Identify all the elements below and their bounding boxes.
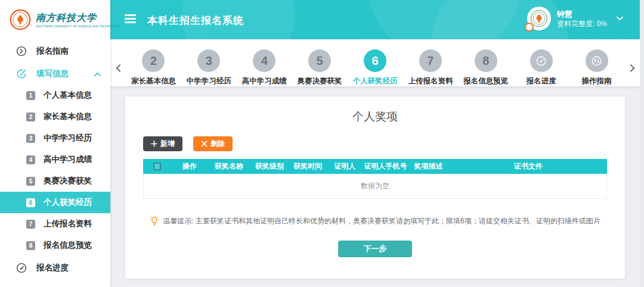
step-upload-materials[interactable]: 7 上传报名资料	[402, 39, 458, 86]
chevron-up-icon	[94, 68, 101, 79]
sidebar: 南方科技大学 SOUTHERN UNIVERSITY OF SCIENCE AN…	[0, 0, 110, 287]
column-header: 证书文件	[449, 161, 607, 171]
chevron-left-icon[interactable]	[110, 64, 126, 74]
delete-button[interactable]: 删除	[193, 136, 233, 151]
sidebar-item-label: 上传报名资料	[44, 219, 92, 229]
step-high-school-grades[interactable]: 4 高中学习成绩	[237, 39, 292, 86]
app-title: 本科生招生报名系统	[147, 14, 244, 27]
column-header: 证明人	[326, 161, 363, 171]
sidebar-item-guide[interactable]: 报名指南	[0, 39, 110, 63]
sidebar-item-label: 奥赛决赛获奖	[44, 176, 92, 186]
sidebar-item-olympiad-awards[interactable]: 5 奥赛决赛获奖	[0, 170, 110, 192]
hamburger-menu-icon[interactable]	[125, 14, 136, 24]
column-header: 操作	[171, 161, 208, 171]
step-number-badge: 7	[26, 220, 35, 229]
step-personal-awards[interactable]: 6 个人获奖经历	[348, 39, 403, 86]
sidebar-item-label: 个人基本信息	[44, 90, 92, 101]
university-name: 南方科技大学	[36, 12, 124, 24]
guide-icon	[586, 49, 608, 72]
x-icon	[201, 141, 208, 147]
next-step-button[interactable]: 下一步	[338, 241, 412, 257]
edit-pen-icon	[16, 68, 27, 80]
step-number-badge: 1	[26, 91, 35, 100]
step-label: 中学学习经历	[187, 76, 231, 86]
user-name: 钟慧	[557, 9, 607, 19]
column-header: 获奖名称	[208, 161, 250, 171]
sidebar-item-personal-awards[interactable]: 6 个人获奖经历	[0, 192, 110, 213]
sidebar-item-upload-materials[interactable]: 7 上传报名资料	[0, 213, 110, 235]
step-label: 操作指南	[582, 76, 612, 86]
sidebar-item-label: 家长基本信息	[44, 111, 92, 122]
sidebar-item-progress[interactable]: 报名进度	[0, 256, 110, 280]
sidebar-item-parents-info[interactable]: 2 家长基本信息	[0, 106, 110, 127]
sidebar-item-personal-info[interactable]: 1 个人基本信息	[0, 85, 110, 106]
sidebar-item-middle-school[interactable]: 3 中学学习经历	[0, 127, 110, 149]
empty-text: 数据为空	[361, 181, 389, 191]
step-manual[interactable]: 操作指南	[569, 39, 624, 86]
scrollbar-track[interactable]	[640, 0, 644, 287]
add-button[interactable]: 新增	[143, 136, 182, 151]
sidebar-item-label: 报名进度	[36, 263, 69, 273]
step-label: 奥赛决赛获奖	[298, 76, 342, 86]
sidebar-item-label: 高中学习成绩	[44, 154, 92, 165]
content-area: 个人奖项 新增 删除 操作 获奖名称 获奖级别 获奖时间 证明人 证明人手机号 …	[110, 86, 640, 287]
step-middle-school[interactable]: 3 中学学习经历	[181, 39, 237, 86]
step-parents-info[interactable]: 2 家长基本信息	[126, 39, 181, 86]
sidebar-item-high-school-grades[interactable]: 4 高中学习成绩	[0, 149, 110, 170]
column-header: 获奖时间	[289, 161, 326, 171]
sidebar-item-fill-info[interactable]: 填写信息	[0, 63, 110, 85]
step-number-badge: 4	[26, 155, 35, 164]
app-header: 本科生招生报名系统 钟慧 资料完整度: 0%	[110, 0, 640, 39]
table-header-row: 操作 获奖名称 获奖级别 获奖时间 证明人 证明人手机号 奖项描述 证书文件	[143, 159, 607, 174]
tip-banner: 温馨提示: 主要获奖证书和其他证明自己特长和优势的材料，奥赛决赛获奖请勿填写于此…	[125, 216, 625, 226]
select-all-checkbox[interactable]	[153, 163, 161, 170]
university-logo: 南方科技大学 SOUTHERN UNIVERSITY OF SCIENCE AN…	[0, 0, 110, 39]
chevron-right-icon[interactable]	[624, 64, 640, 74]
personal-awards-card: 个人奖项 新增 删除 操作 获奖名称 获奖级别 获奖时间 证明人 证明人手机号 …	[125, 96, 625, 279]
delete-button-label: 删除	[210, 139, 225, 149]
sidebar-item-info-preview[interactable]: 8 报名信息预览	[0, 235, 110, 256]
step-number-badge: 8	[26, 241, 35, 250]
step-circle: 8	[475, 49, 497, 72]
step-label: 报名信息预览	[463, 76, 508, 86]
user-menu[interactable]: 钟慧 资料完整度: 0%	[527, 7, 623, 30]
step-label: 个人获奖经历	[353, 76, 398, 86]
step-number-badge: 2	[26, 113, 35, 121]
chevron-down-icon	[617, 14, 623, 23]
awards-table: 操作 获奖名称 获奖级别 获奖时间 证明人 证明人手机号 奖项描述 证书文件 数…	[143, 159, 607, 199]
add-button-label: 新增	[160, 139, 175, 149]
column-header: 奖项描述	[407, 161, 449, 171]
gauge-icon	[530, 49, 553, 72]
step-circle: 4	[253, 49, 275, 72]
column-header: 获奖级别	[250, 161, 289, 171]
step-circle: 6	[364, 49, 386, 72]
university-subtitle: SOUTHERN UNIVERSITY OF SCIENCE AND TECHN…	[36, 24, 120, 28]
step-label: 家长基本信息	[131, 76, 176, 86]
sidebar-item-label: 个人获奖经历	[44, 197, 92, 208]
lightbulb-icon	[150, 216, 159, 226]
sidebar-item-label: 中学学习经历	[44, 133, 92, 144]
page-title: 个人奖项	[125, 96, 625, 124]
sidebar-item-label: 报名指南	[36, 46, 69, 57]
profile-completeness: 资料完整度: 0%	[557, 19, 607, 29]
step-info-preview[interactable]: 8 报名信息预览	[458, 39, 513, 86]
sidebar-item-label: 填写信息	[36, 68, 69, 79]
step-number-badge: 3	[26, 134, 35, 143]
step-progress[interactable]: 报名进度	[513, 39, 569, 86]
tip-text: 温馨提示: 主要获奖证书和其他证明自己特长和优势的材料，奥赛决赛获奖请勿填写于此…	[163, 216, 600, 226]
step-circle: 3	[197, 49, 220, 72]
steps-navigation: 2 家长基本信息 3 中学学习经历 4 高中学习成绩 5 奥赛决赛获奖 6 个人…	[110, 39, 640, 86]
table-empty-state: 数据为空	[143, 174, 607, 199]
step-olympiad-awards[interactable]: 5 奥赛决赛获奖	[292, 39, 348, 86]
sidebar-item-label: 报名信息预览	[44, 240, 92, 251]
sidebar-item-manual[interactable]: 操作指南	[0, 280, 110, 287]
plus-icon	[151, 141, 157, 147]
step-label: 上传报名资料	[408, 76, 453, 86]
avatar-status-badge	[525, 23, 534, 32]
step-circle: 2	[142, 49, 165, 72]
gauge-icon	[16, 263, 27, 274]
step-number-badge: 5	[26, 177, 35, 186]
university-seal-icon	[10, 9, 31, 30]
guide-arrow-icon	[16, 46, 27, 57]
column-header: 证明人手机号	[364, 161, 408, 171]
